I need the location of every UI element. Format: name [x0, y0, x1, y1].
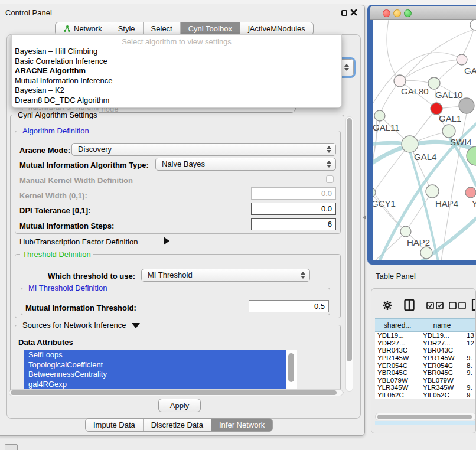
mi-steps-field[interactable] — [251, 218, 336, 230]
settings-scrollbar-track[interactable] — [345, 116, 353, 392]
dpi-tolerance-field[interactable] — [251, 203, 336, 215]
attribute-item[interactable]: TopologicalCoefficient — [24, 360, 286, 370]
hub-definition-label[interactable]: Hub/Transcription Factor Definition — [19, 237, 138, 246]
table-cell[interactable]: YDL19... — [375, 332, 420, 340]
bottom-tab-discretize-data[interactable]: Discretize Data — [144, 419, 211, 431]
table-cell[interactable]: YER054C — [375, 362, 420, 370]
apply-button[interactable]: Apply — [158, 399, 201, 412]
minimize-traffic-light[interactable] — [393, 9, 401, 17]
column-header[interactable]: shared... — [375, 318, 420, 332]
network-node-gal[interactable] — [457, 54, 467, 65]
tab-jactivemnodules[interactable]: jActiveMNodules — [240, 22, 313, 35]
table-cell[interactable]: YDR27... — [420, 340, 464, 347]
table-cell[interactable]: 9. — [464, 354, 476, 362]
table-cell[interactable]: YLR345W — [420, 384, 464, 392]
table-cell[interactable]: YBL079W — [375, 377, 420, 384]
table-cell[interactable]: YBR045C — [420, 369, 464, 377]
column-header[interactable]: name — [420, 318, 464, 332]
table-cell[interactable]: 8. — [464, 362, 476, 370]
network-node-swi4[interactable] — [442, 125, 455, 138]
tab-style[interactable]: Style — [110, 22, 144, 35]
kernel-width-field[interactable] — [251, 187, 336, 200]
select-all-checks-icon[interactable] — [426, 302, 444, 309]
table-cell[interactable]: YPR145W — [420, 354, 464, 362]
data-attributes-list[interactable]: SelfLoopsTopologicalCoefficientBetweenne… — [24, 350, 297, 389]
dropdown-item[interactable]: Bayesian – K2 — [12, 86, 341, 96]
table-cell[interactable]: YBR043C — [420, 347, 464, 354]
tab-select[interactable]: Select — [144, 22, 181, 35]
table-cell[interactable]: 13 — [464, 332, 476, 340]
attribute-list-scrollbar-thumb[interactable] — [288, 353, 294, 382]
table-cell[interactable]: YBR045C — [375, 369, 420, 377]
which-threshold-combo[interactable]: MI Threshold — [141, 269, 310, 282]
table-cell[interactable]: YBL079W — [420, 377, 464, 384]
table-cell[interactable]: YDL19... — [420, 332, 464, 340]
settings-scrollbar-thumb[interactable] — [347, 118, 352, 361]
gear-icon[interactable] — [382, 300, 393, 311]
dropdown-item[interactable]: Dream8 DC_TDC Algorithm — [12, 96, 341, 106]
table-cell[interactable] — [464, 347, 476, 354]
table-cell[interactable]: YPR145W — [375, 354, 420, 362]
float-window-icon[interactable] — [341, 10, 347, 16]
table-row[interactable]: YLR345WYLR345W9. — [375, 384, 476, 392]
network-node[interactable] — [420, 247, 432, 259]
close-traffic-light[interactable] — [383, 9, 390, 17]
expand-right-icon[interactable] — [164, 237, 169, 245]
table-cell[interactable]: YBR043C — [375, 347, 420, 354]
network-node-gal11[interactable] — [374, 110, 385, 121]
network-node-gal80[interactable] — [394, 75, 406, 87]
network-canvas[interactable]: GALGAL80GAL10GAL1GAL11SWI4GAL4GCY1HAP4YH… — [373, 20, 476, 260]
table-cell[interactable]: YLR345W — [375, 384, 420, 392]
dropdown-item[interactable]: Mutual Information Inference — [12, 76, 341, 86]
tab-cyni-toolbox[interactable]: Cyni Toolbox — [181, 22, 240, 35]
settings-hscrollbar-track[interactable] — [9, 389, 343, 396]
table-row[interactable]: YDL19...YDL19...13 — [375, 332, 476, 340]
partial-bottom-widget[interactable] — [5, 444, 18, 450]
network-node-y[interactable] — [465, 187, 476, 198]
table-cell[interactable]: YIL052C — [420, 392, 464, 399]
attribute-item[interactable]: BetweennessCentrality — [24, 370, 286, 380]
manual-kernel-checkbox[interactable] — [326, 175, 334, 183]
mi-threshold-field[interactable] — [249, 300, 329, 312]
dropdown-item[interactable]: ARACNE Algorithm — [12, 66, 341, 76]
table-cell[interactable]: YER054C — [420, 362, 464, 370]
mi-type-combo[interactable]: Naive Bayes — [155, 158, 336, 171]
table-hscrollbar-thumb[interactable] — [377, 415, 472, 419]
dropdown-item[interactable]: Basic Correlation Inference — [12, 57, 341, 67]
attribute-item[interactable]: gal4RGexp — [24, 380, 286, 389]
table-cell[interactable]: 9. — [464, 369, 476, 377]
table-row[interactable]: YBR045CYBR045C9. — [375, 369, 476, 377]
table-cell[interactable]: YDR27... — [375, 340, 420, 347]
aracne-mode-combo[interactable]: Discovery — [71, 143, 336, 156]
document-icon[interactable] — [471, 298, 476, 311]
network-node-hap2[interactable] — [400, 226, 411, 237]
network-node-gal4[interactable] — [402, 136, 418, 152]
table-cell[interactable] — [464, 377, 476, 384]
dropdown-item[interactable]: Bayesian – Hill Climbing — [12, 47, 341, 57]
column-header[interactable] — [464, 318, 476, 332]
table-row[interactable]: YIL052CYIL052C9 — [375, 392, 476, 399]
table-row[interactable]: YBL079WYBL079W — [375, 377, 476, 384]
table-cell[interactable]: 12 — [464, 340, 476, 347]
table-cell[interactable]: 9 — [464, 392, 476, 399]
network-node[interactable] — [470, 20, 476, 30]
network-node[interactable] — [467, 146, 476, 165]
attribute-item[interactable]: SelfLoops — [24, 350, 286, 360]
table-row[interactable]: YER054CYER054C8. — [375, 362, 476, 370]
collapse-down-icon[interactable] — [132, 323, 140, 328]
bottom-tab-impute-data[interactable]: Impute Data — [86, 419, 144, 431]
table-cell[interactable]: 9. — [464, 384, 476, 392]
network-node[interactable] — [459, 98, 474, 113]
network-node-gal1[interactable] — [431, 103, 442, 115]
deselect-all-checks-icon[interactable] — [449, 302, 467, 309]
network-window-titlebar[interactable] — [370, 6, 476, 20]
bottom-tab-infer-network[interactable]: Infer Network — [211, 419, 272, 431]
sources-title[interactable]: Sources for Network Inference — [20, 321, 142, 330]
zoom-traffic-light[interactable] — [404, 9, 412, 17]
table-row[interactable]: YBR043CYBR043C — [375, 347, 476, 354]
settings-hscrollbar-thumb[interactable] — [11, 390, 337, 395]
network-node-hap4[interactable] — [426, 185, 439, 198]
tab-network[interactable]: Network — [56, 22, 110, 35]
close-icon[interactable] — [350, 9, 357, 16]
table-cell[interactable]: YIL052C — [375, 392, 420, 399]
